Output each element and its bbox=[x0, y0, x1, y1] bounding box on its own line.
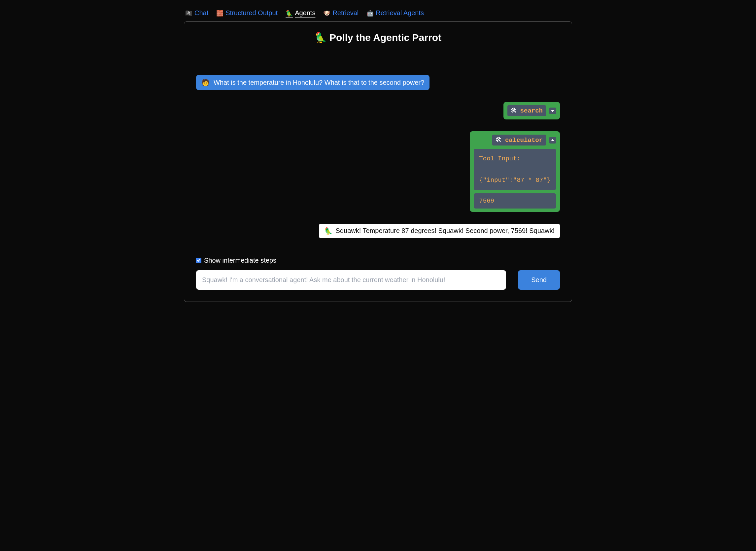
svg-marker-0 bbox=[551, 110, 554, 112]
nav-item-structured-output[interactable]: 🧱 Structured Output bbox=[216, 9, 278, 17]
send-button[interactable]: Send bbox=[518, 270, 560, 290]
chat-container: 🦜 Polly the Agentic Parrot 🧑 What is the… bbox=[184, 21, 572, 302]
person-icon: 🧑 bbox=[202, 78, 210, 86]
nav-label: Retrieval Agents bbox=[376, 9, 424, 17]
collapse-toggle[interactable] bbox=[549, 137, 556, 143]
tool-name-chip: 🛠 search bbox=[507, 105, 546, 116]
svg-marker-1 bbox=[551, 139, 554, 141]
tools-icon: 🛠 bbox=[495, 136, 502, 144]
assistant-message-text: Squawk! Temperature 87 degrees! Squawk! … bbox=[336, 227, 554, 234]
nav-label: Retrieval bbox=[332, 9, 359, 17]
nav-label: Agents bbox=[295, 9, 315, 17]
tool-name: calculator bbox=[505, 137, 543, 144]
tool-step-search: 🛠 search bbox=[503, 102, 560, 119]
tool-output: 7569 bbox=[474, 193, 556, 208]
nav-item-retrieval-agents[interactable]: 🤖 Retrieval Agents bbox=[366, 9, 424, 17]
tool-name-chip: 🛠 calculator bbox=[492, 135, 546, 145]
page-title-text: Polly the Agentic Parrot bbox=[330, 32, 441, 43]
brick-icon: 🧱 bbox=[216, 10, 224, 17]
checkbox-label: Show intermediate steps bbox=[204, 257, 276, 264]
expand-toggle[interactable] bbox=[549, 107, 556, 114]
tools-icon: 🛠 bbox=[511, 107, 517, 114]
tool-name: search bbox=[520, 107, 543, 114]
tool-header: 🛠 search bbox=[507, 105, 556, 116]
nav-label: Structured Output bbox=[226, 9, 278, 17]
input-row: Send bbox=[196, 270, 560, 290]
assistant-message: 🦜 Squawk! Temperature 87 degrees! Squawk… bbox=[319, 224, 560, 238]
chevron-down-icon bbox=[550, 108, 555, 113]
tool-header: 🛠 calculator bbox=[474, 135, 556, 145]
pirate-flag-icon: 🏴‍☠️ bbox=[185, 10, 193, 17]
top-nav: 🏴‍☠️ Chat 🧱 Structured Output 🦜 Agents 🐶… bbox=[167, 7, 589, 21]
user-message: 🧑 What is the temperature in Honolulu? W… bbox=[196, 75, 429, 90]
nav-item-chat[interactable]: 🏴‍☠️ Chat bbox=[185, 9, 208, 17]
show-steps-toggle[interactable]: Show intermediate steps bbox=[196, 257, 560, 264]
parrot-icon: 🦜 bbox=[324, 227, 332, 235]
parrot-icon: 🦜 bbox=[286, 10, 293, 17]
chat-area: 🧑 What is the temperature in Honolulu? W… bbox=[196, 75, 560, 238]
nav-item-retrieval[interactable]: 🐶 Retrieval bbox=[323, 9, 359, 17]
page-title: 🦜 Polly the Agentic Parrot bbox=[196, 32, 560, 43]
tool-input: Tool Input: {"input":"87 * 87"} bbox=[474, 149, 556, 190]
parrot-icon: 🦜 bbox=[315, 32, 327, 43]
chevron-up-icon bbox=[550, 138, 555, 142]
tool-step-calculator: 🛠 calculator Tool Input: {"input":"87 * … bbox=[470, 131, 560, 212]
robot-icon: 🤖 bbox=[366, 10, 374, 17]
controls: Show intermediate steps Send bbox=[196, 257, 560, 290]
dog-icon: 🐶 bbox=[323, 10, 331, 17]
nav-item-agents[interactable]: 🦜 Agents bbox=[286, 9, 315, 17]
show-steps-checkbox[interactable] bbox=[196, 258, 202, 263]
message-input[interactable] bbox=[196, 270, 506, 290]
user-message-text: What is the temperature in Honolulu? Wha… bbox=[214, 79, 424, 86]
nav-label: Chat bbox=[195, 9, 208, 17]
